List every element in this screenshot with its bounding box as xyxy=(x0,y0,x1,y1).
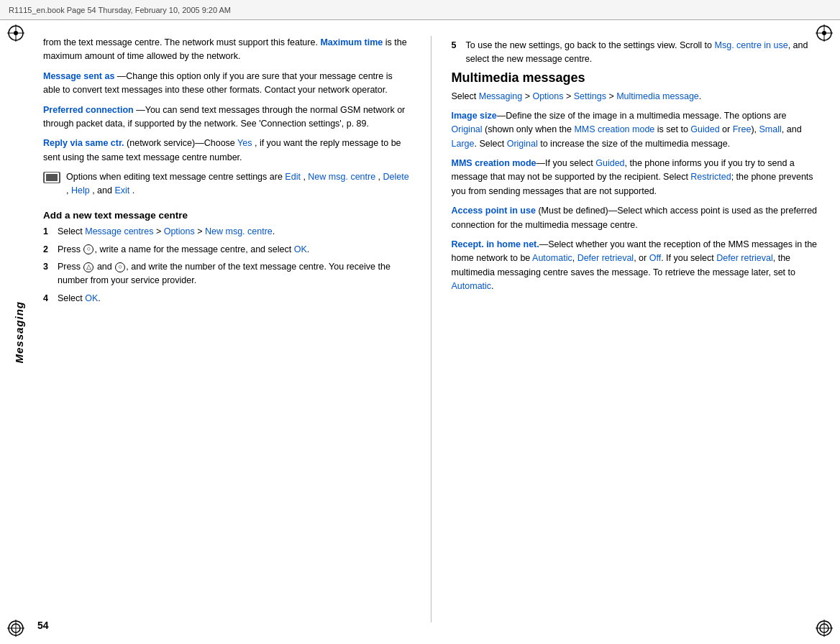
svg-point-7 xyxy=(822,31,826,35)
mms-creation-label: MMS creation mode xyxy=(452,158,537,168)
msg-centre-in-use-label: Msg. centre in use xyxy=(715,40,788,50)
off-label: Off xyxy=(649,253,661,263)
step-1: 1 Select Message centres > Options > New… xyxy=(43,225,411,239)
access-point-para: Access point in use (Must be defined)—Se… xyxy=(452,204,819,232)
access-point-label: Access point in use xyxy=(452,206,536,216)
restricted-label: Restricted xyxy=(690,172,731,182)
ok-label-2: OK xyxy=(85,293,98,303)
guided-label-1: Guided xyxy=(690,124,719,134)
side-tab-label: Messaging xyxy=(13,301,25,364)
para3: Preferred connection —You can send text … xyxy=(43,104,411,132)
mms-creation-mode-link: MMS creation mode xyxy=(574,124,654,134)
main-content: from the text message centre. The networ… xyxy=(43,29,818,622)
para2: Message sent as —Change this option only… xyxy=(43,70,411,98)
options-link-2: Options xyxy=(532,91,563,101)
header-text: R1115_en.book Page 54 Thursday, February… xyxy=(9,6,231,14)
mms-creation-mode-para: MMS creation mode—If you select Guided, … xyxy=(452,157,819,198)
defer-retrieval-label-1: Defer retrieval xyxy=(578,253,634,263)
defer-retrieval-label-2: Defer retrieval xyxy=(716,253,773,263)
reply-via-label: Reply via same ctr. xyxy=(43,138,124,148)
original-label-2: Original xyxy=(507,139,538,149)
large-label: Large xyxy=(452,139,475,149)
help-label: Help xyxy=(71,185,90,196)
add-new-centre-heading: Add a new text message centre xyxy=(43,210,411,221)
image-size-label: Image size xyxy=(452,111,497,121)
joystick-icon-1: ○ xyxy=(83,244,93,254)
note-box: Options when editing text message centre… xyxy=(43,170,411,204)
message-sent-as-label: Message sent as xyxy=(43,71,114,81)
yes-label: Yes xyxy=(237,138,252,148)
step-list-right: 5 To use the new settings, go back to th… xyxy=(452,39,819,66)
right-column: 5 To use the new settings, go back to th… xyxy=(452,29,819,622)
maximum-time-label: Maximum time xyxy=(320,37,383,47)
step-3: 3 Press △ and ○, and write the number of… xyxy=(43,260,411,288)
image-size-para: Image size—Define the size of the image … xyxy=(452,109,819,151)
step-list: 1 Select Message centres > Options > New… xyxy=(43,225,411,305)
free-label: Free xyxy=(733,124,752,134)
delete-label: Delete xyxy=(383,172,409,182)
recept-para: Recept. in home net.—Select whether you … xyxy=(452,238,819,294)
column-divider xyxy=(431,36,432,622)
left-column: from the text message centre. The networ… xyxy=(43,29,411,622)
messaging-link: Messaging xyxy=(479,91,522,101)
automatic-label-2: Automatic xyxy=(452,281,492,291)
note-text: Options when editing text message centre… xyxy=(66,170,411,198)
multimedia-link: Multimedia message xyxy=(616,91,699,101)
small-label: Small xyxy=(759,124,782,134)
automatic-label-1: Automatic xyxy=(532,253,572,263)
ok-label-1: OK xyxy=(294,244,307,254)
multimedia-messages-heading: Multimedia messages xyxy=(452,70,819,86)
options-link-1: Options xyxy=(164,226,195,236)
para4: Reply via same ctr. (network service)—Ch… xyxy=(43,137,411,165)
step-4: 4 Select OK. xyxy=(43,292,411,305)
note-icon xyxy=(43,172,60,183)
side-tab: Messaging xyxy=(0,0,37,644)
nav-icon-1: △ xyxy=(83,262,93,272)
new-msg-centre-link: New msg. centre xyxy=(205,226,273,236)
step-2: 2 Press ○, write a name for the message … xyxy=(43,243,411,257)
select-messaging-para: Select Messaging > Options > Settings > … xyxy=(452,90,819,104)
preferred-connection-label: Preferred connection xyxy=(43,105,134,115)
para1: from the text message centre. The networ… xyxy=(43,36,411,64)
exit-label: Exit xyxy=(114,185,129,196)
recept-label: Recept. in home net. xyxy=(452,239,539,249)
new-msg-centre-label: New msg. centre xyxy=(308,172,375,182)
guided-label-2: Guided xyxy=(595,158,624,168)
original-label-1: Original xyxy=(452,124,483,134)
settings-link: Settings xyxy=(574,91,606,101)
edit-label: Edit xyxy=(285,172,301,182)
joystick-icon-2: ○ xyxy=(115,262,125,272)
step-5: 5 To use the new settings, go back to th… xyxy=(452,39,819,66)
message-centres-link: Message centres xyxy=(85,226,153,236)
header-bar: R1115_en.book Page 54 Thursday, February… xyxy=(0,0,840,20)
